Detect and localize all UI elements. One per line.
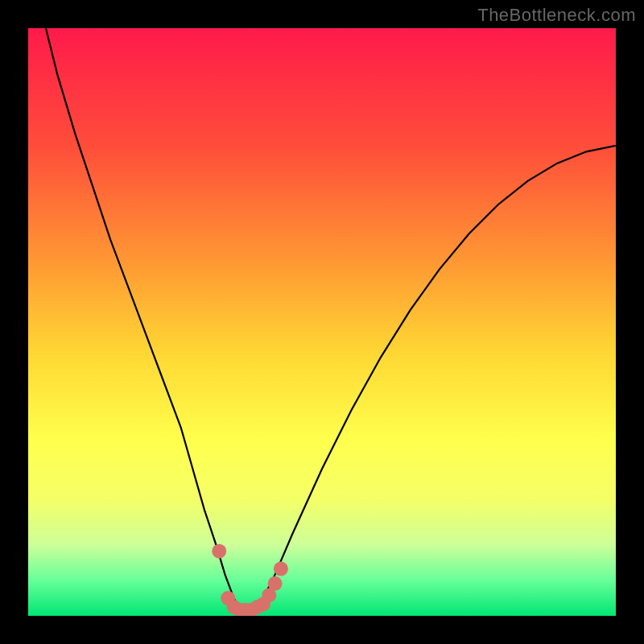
dot-highlight-dots [212, 544, 226, 559]
dot-highlight-dots [274, 562, 288, 576]
watermark-text: TheBottleneck.com [477, 5, 636, 26]
plot-area [28, 28, 616, 616]
chart-frame: TheBottleneck.com [0, 0, 644, 644]
dot-highlight-dots [268, 576, 283, 591]
chart-svg [28, 28, 616, 616]
gradient-background [28, 28, 616, 616]
